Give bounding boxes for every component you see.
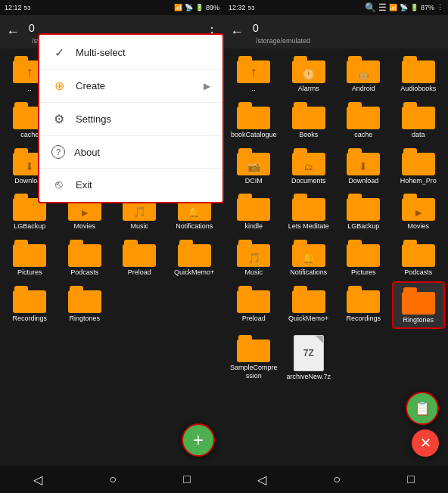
file-name: Movies [73,222,95,231]
folder-icon: 🔔 [292,240,325,267]
folder-icon: ▶ [402,194,435,221]
more-icon-r[interactable]: ⋮ [437,4,443,11]
file-name: Pictures [17,268,42,277]
list-item[interactable]: Pictures [337,235,390,280]
file-name: archiveNew.7z [286,373,331,381]
list-item[interactable]: Recordings [337,281,390,329]
file-name: Android [352,85,375,93]
time-left: 12:12 [5,4,22,11]
list-item[interactable]: Podcasts [58,235,112,280]
paste-icon: 📋 [414,400,431,417]
file-name: Podcasts [404,268,432,277]
file-name: Preload [242,315,266,323]
menu-divider [39,69,222,70]
file-name: Notifications [176,222,213,231]
list-item[interactable]: Podcasts [392,235,446,280]
file-name: cache [20,131,39,139]
file-name: Pictures [351,268,376,277]
list-item[interactable]: ↑ .. [227,51,281,96]
list-item[interactable]: kindle [227,189,281,234]
list-item[interactable]: Books [282,98,336,142]
list-item[interactable]: Preload [113,235,166,280]
cancel-icon: ✕ [420,435,431,451]
menu-multiselect[interactable]: ✓ Multi-select [39,38,222,67]
battery-icon: 🔋 [195,4,204,11]
list-item[interactable]: ⬇ Download [337,144,390,188]
list-item[interactable]: Ringtones [58,281,112,326]
file-name: cache [354,131,372,139]
back-button-left[interactable]: ← [6,24,20,40]
toolbar-info-right: 0 /storage/emulated [253,19,442,45]
file-name: LGBackup [14,222,45,231]
search-icon[interactable]: 🔍 [365,2,376,13]
folder-icon [237,102,270,129]
file-name: Hohem_Pro [400,177,437,185]
menu-exit[interactable]: ⎋ Exit [39,170,222,199]
list-item[interactable]: Recordings [3,281,57,326]
list-item[interactable]: 🤖 Android [337,51,390,96]
file-name: DCIM [245,177,263,185]
back-nav-button-right[interactable]: ◁ [257,473,266,487]
menu-about[interactable]: ? About [39,138,222,166]
folder-icon [123,240,156,267]
back-button-right[interactable]: ← [230,24,244,40]
file-name: QuickMemo+ [174,268,214,277]
list-item[interactable]: Audiobooks [392,51,446,96]
file-name: Ringtones [69,315,100,323]
fab-paste-button[interactable]: 📋 [406,392,439,425]
wifi-icon: 📡 [185,4,193,11]
folder-icon [347,240,380,267]
seconds-left: 53 [24,5,31,11]
list-item[interactable]: 7Z archiveNew.7z [282,330,336,384]
recent-nav-button-right[interactable]: □ [407,473,415,486]
status-bar-right: 12:32 53 🔍 ☰ 📶 📡 🔋 87% ⋮ [224,0,448,15]
list-icon[interactable]: ☰ [378,2,387,13]
context-menu: ✓ Multi-select ⊕ Create ▶ ⚙ Settings ? A… [38,33,224,203]
fab-button-left[interactable]: + [182,423,215,457]
folder-icon [402,102,435,129]
home-nav-button-right[interactable]: ○ [333,473,341,486]
list-item[interactable]: Pictures [3,235,57,280]
list-item[interactable]: SampleCompression [227,330,281,384]
menu-create[interactable]: ⊕ Create ▶ [39,71,222,101]
folder-icon: 🕐 [292,56,325,83]
list-item[interactable]: bookCatalogue [227,98,281,142]
list-item[interactable]: cache [337,98,390,142]
list-item[interactable]: QuickMemo+ [282,281,336,329]
menu-settings[interactable]: ⚙ Settings [39,104,222,134]
list-item-ringtones[interactable]: Ringtones [392,281,446,329]
menu-divider [39,168,222,169]
list-item[interactable]: Hohem_Pro [392,144,446,188]
list-item[interactable]: QuickMemo+ [168,235,222,280]
signal-icon: 📶 [174,4,182,11]
back-nav-button-left[interactable]: ◁ [33,473,42,487]
folder-icon [402,148,435,175]
file-name: Ringtones [403,316,434,324]
folder-icon [292,102,325,129]
file-name: Podcasts [70,268,98,277]
battery-pct-right: 87% [421,4,434,11]
folder-icon [13,286,46,313]
list-item[interactable]: data [392,98,446,142]
list-item[interactable]: 🕐 Alarms [282,51,336,96]
menu-multiselect-label: Multi-select [76,47,126,58]
nav-bar-right: ◁ ○ □ [224,466,448,493]
exit-icon: ⎋ [51,178,67,191]
battery-pct-left: 89% [206,4,219,11]
list-item[interactable]: Lets Meditate [282,189,336,234]
list-item[interactable]: 📷 DCIM [227,144,281,188]
wifi-icon-r: 📡 [400,4,408,11]
create-icon: ⊕ [51,79,67,93]
recent-nav-button-left[interactable]: □ [183,473,191,486]
list-item[interactable]: 🗂 Documents [282,144,336,188]
home-nav-button-left[interactable]: ○ [109,473,117,486]
selected-count-right: 0 [253,22,259,34]
list-item[interactable]: Preload [227,281,281,329]
list-item[interactable]: LGBackup [337,189,390,234]
file-name: Recordings [12,315,47,323]
file-name: Preload [128,268,151,277]
list-item[interactable]: ▶ Movies [392,189,446,234]
list-item[interactable]: 🔔 Notifications [282,235,336,280]
fab-cancel-button[interactable]: ✕ [412,429,439,457]
list-item[interactable]: 🎵 Music [227,235,281,280]
